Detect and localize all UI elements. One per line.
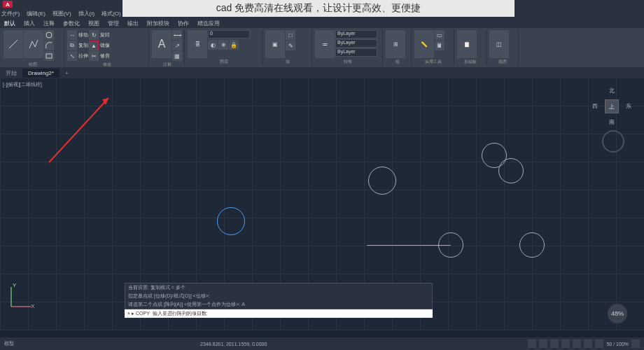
panel-label-utilities: 实用工具 bbox=[414, 58, 451, 65]
app-icon[interactable]: A bbox=[3, 1, 13, 8]
viewcube-top[interactable]: 上 bbox=[605, 99, 619, 113]
text-button[interactable]: A bbox=[152, 30, 172, 58]
circle-shape[interactable] bbox=[368, 167, 396, 195]
polyline-button[interactable] bbox=[24, 30, 43, 58]
insert-block-button[interactable]: ▣ bbox=[265, 30, 285, 58]
svg-rect-2 bbox=[46, 54, 52, 58]
measure-button[interactable]: 📏 bbox=[414, 30, 434, 58]
panel-label-draw: 绘图 bbox=[4, 61, 62, 68]
svg-point-1 bbox=[46, 32, 52, 38]
arc-button[interactable] bbox=[44, 41, 54, 50]
ribbon-panel-clipboard: 📋 剪贴板 bbox=[455, 29, 486, 66]
group-button[interactable]: ⊞ bbox=[386, 30, 405, 58]
table-button[interactable]: ▦ bbox=[172, 51, 182, 61]
svg-line-0 bbox=[9, 40, 18, 48]
ad-banner: cad 免费高清在线观看，让设计更高效、更便捷 bbox=[122, 0, 514, 17]
rotate-label: 旋转 bbox=[100, 31, 110, 38]
stretch-button[interactable]: ⤡ bbox=[67, 51, 77, 61]
lineweight-toggle[interactable] bbox=[595, 340, 603, 348]
edit-block-button[interactable]: ✎ bbox=[286, 41, 295, 50]
command-prompt: × ▸ COPY bbox=[127, 311, 150, 316]
rotate-button[interactable]: ↻ bbox=[89, 30, 99, 40]
circle-button[interactable] bbox=[44, 30, 54, 40]
ribbon-panel-draw: 绘图 bbox=[1, 29, 64, 66]
ribbon-panel-view: ◫ 视图 bbox=[487, 29, 519, 66]
color-select[interactable]: ByLayer bbox=[335, 30, 377, 38]
layer-freeze-button[interactable]: ❄ bbox=[218, 40, 228, 50]
base-view-button[interactable]: ◫ bbox=[489, 30, 509, 58]
create-block-button[interactable]: □ bbox=[286, 30, 295, 40]
status-coords: 2348.8261, 2011.1559, 0.0000 bbox=[200, 342, 267, 346]
ortho-toggle[interactable] bbox=[550, 340, 559, 348]
zoom-percent-button[interactable]: 48% bbox=[608, 304, 627, 323]
menu-edit[interactable]: 编辑(E) bbox=[27, 10, 46, 18]
menu-format[interactable]: 格式(O) bbox=[102, 10, 121, 18]
snap-toggle[interactable] bbox=[528, 340, 536, 348]
statusbar: 模型 2348.8261, 2011.1559, 0.0000 50 / 100… bbox=[0, 337, 644, 350]
lineweight-select[interactable]: ByLayer bbox=[335, 39, 377, 48]
line-button[interactable] bbox=[4, 30, 23, 58]
viewcube[interactable]: 北 南 东 西 上 bbox=[592, 87, 631, 126]
match-props-button[interactable]: ≔ bbox=[315, 30, 335, 58]
ribbon-tab-default[interactable]: 默认 bbox=[4, 20, 15, 27]
doc-tab-start[interactable]: 开始 bbox=[0, 68, 22, 78]
viewcube-east[interactable]: 东 bbox=[626, 102, 631, 110]
ribbon-tab-collab[interactable]: 协作 bbox=[178, 20, 189, 27]
ribbon-tab-output[interactable]: 输出 bbox=[127, 20, 139, 27]
ribbon-tab-manage[interactable]: 管理 bbox=[108, 20, 119, 27]
ribbon-tab-insert[interactable]: 插入 bbox=[24, 20, 35, 27]
status-model[interactable]: 模型 bbox=[4, 340, 14, 347]
ribbon-tab-view[interactable]: 视图 bbox=[88, 20, 99, 27]
select-button[interactable]: ▭ bbox=[435, 30, 444, 40]
osnap-toggle[interactable] bbox=[573, 340, 581, 348]
svg-text:Y: Y bbox=[13, 282, 17, 288]
copy-button[interactable]: ⧉ bbox=[67, 41, 77, 50]
ribbon-tab-annotate[interactable]: 注释 bbox=[43, 20, 55, 27]
paste-button[interactable]: 📋 bbox=[457, 30, 477, 58]
circle-selected[interactable] bbox=[217, 207, 245, 235]
ribbon-panel-utilities: 📏 ▭ 🖩 实用工具 bbox=[412, 29, 454, 66]
svg-text:X: X bbox=[31, 303, 35, 309]
ribbon-tab-addins[interactable]: 附加模块 bbox=[147, 20, 169, 27]
trim-label: 修剪 bbox=[100, 52, 110, 59]
rect-button[interactable] bbox=[44, 51, 54, 61]
dimension-button[interactable]: ⟷ bbox=[172, 30, 182, 40]
ribbon-tab-featured[interactable]: 精选应用 bbox=[197, 20, 220, 27]
calc-button[interactable]: 🖩 bbox=[435, 41, 444, 50]
doc-tab-drawing2[interactable]: Drawing2* bbox=[22, 69, 59, 78]
menu-view[interactable]: 视图(V) bbox=[52, 10, 71, 18]
doc-tab-new[interactable]: + bbox=[59, 69, 74, 78]
ribbon-panel-block: ▣ □ ✎ 块 bbox=[263, 29, 312, 66]
panel-label-annotation: 注释 bbox=[152, 61, 182, 68]
circle-shape[interactable] bbox=[519, 232, 545, 258]
trim-button[interactable]: ✂ bbox=[89, 51, 99, 61]
circle-shape[interactable] bbox=[498, 158, 524, 183]
linetype-select[interactable]: ByLayer bbox=[335, 48, 377, 57]
panel-label-properties: 特性 bbox=[315, 58, 380, 65]
ribbon-tab-parametric[interactable]: 参数化 bbox=[63, 20, 80, 27]
viewport-label[interactable]: [-][俯视][二维线框] bbox=[3, 81, 42, 88]
layer-lock-button[interactable]: 🔒 bbox=[229, 40, 239, 50]
move-button[interactable]: ↔ bbox=[67, 30, 77, 40]
layer-props-button[interactable]: ≣ bbox=[188, 30, 207, 58]
cmd-history-line: 请选第二个点或 [阵列(A)] <使用第一个点作为位移>: A bbox=[125, 300, 432, 309]
customize-icon[interactable] bbox=[631, 340, 640, 348]
layer-select[interactable]: 0 bbox=[208, 30, 250, 38]
viewcube-south[interactable]: 南 bbox=[609, 118, 615, 126]
layer-iso-button[interactable]: ◐ bbox=[208, 40, 218, 50]
polar-toggle[interactable] bbox=[561, 340, 570, 348]
menu-file[interactable]: 文件(F) bbox=[1, 10, 20, 18]
mirror-button[interactable]: ▲ bbox=[89, 41, 99, 50]
command-input[interactable]: × ▸ COPY 输入要进行阵列的项目数: bbox=[125, 309, 433, 318]
leader-button[interactable]: ↗ bbox=[172, 41, 182, 50]
otrack-toggle[interactable] bbox=[584, 340, 592, 348]
line-shape[interactable] bbox=[367, 245, 451, 246]
status-zoom[interactable]: 50 / 100% bbox=[606, 342, 629, 346]
menu-insert[interactable]: 插入(I) bbox=[78, 10, 95, 18]
grid-toggle[interactable] bbox=[539, 340, 547, 348]
nav-wheel[interactable] bbox=[602, 130, 624, 153]
ribbon: 绘图 ↔移动 ⧉复制 ⤡拉伸 ↻旋转 ▲镜像 ✂修剪 修改 A ⟷ ↗ ▦ bbox=[0, 28, 644, 67]
viewcube-north[interactable]: 北 bbox=[609, 87, 615, 94]
viewcube-west[interactable]: 西 bbox=[592, 102, 598, 110]
drawing-canvas[interactable]: [-][俯视][二维线框] 北 南 东 西 上 48% Y X 当前设置: 复制… bbox=[0, 78, 644, 330]
